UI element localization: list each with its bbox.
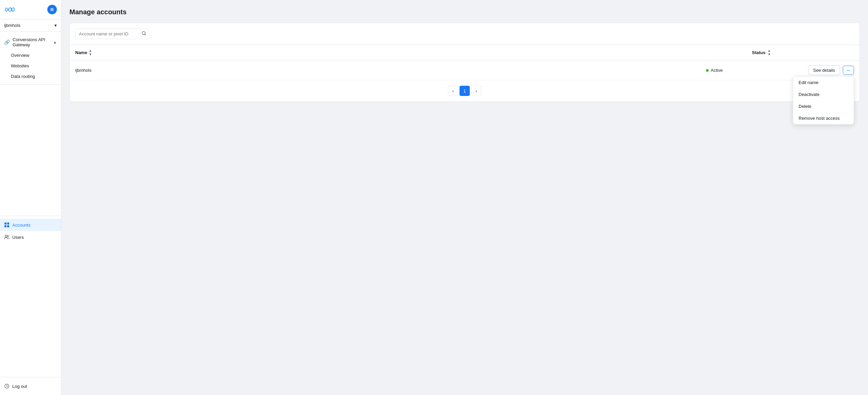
sidebar-item-overview[interactable]: Overview — [0, 50, 61, 61]
chevron-up-icon: ▲ — [53, 40, 57, 44]
account-name-cell: ijbmhols — [75, 68, 706, 73]
svg-rect-0 — [4, 223, 6, 225]
table-header: Name ▲ ▼ Status ▲ ▼ — [70, 45, 859, 61]
grid-icon — [4, 222, 10, 228]
users-label: Users — [12, 235, 24, 240]
nav-section-header[interactable]: 🔗 Conversions API Gateway ▲ — [0, 34, 61, 50]
logout-button[interactable]: Log out — [0, 380, 61, 392]
dropdown-menu: Edit name Deactivate Delete Remove host … — [793, 76, 854, 125]
pagination: ‹ 1 › — [70, 80, 859, 101]
search-wrapper — [75, 29, 150, 39]
dropdown-item-remove-host-access[interactable]: Remove host access — [793, 112, 854, 124]
dropdown-item-edit-name[interactable]: Edit name — [793, 77, 854, 88]
status-label: Active — [711, 68, 723, 73]
sidebar-item-websites[interactable]: Websites — [0, 61, 61, 71]
account-selector[interactable]: ijbmhols ▾ — [0, 19, 61, 32]
pagination-page-1[interactable]: 1 — [460, 86, 470, 96]
sort-icon-name[interactable]: ▲ ▼ — [89, 49, 92, 56]
content-card: Name ▲ ▼ Status ▲ ▼ ijbmhols — [69, 23, 860, 102]
more-button[interactable]: ··· — [843, 66, 854, 75]
table-header-name: Name ▲ ▼ — [75, 49, 752, 56]
sidebar-item-users[interactable]: Users — [0, 231, 61, 243]
actions-col: See details ··· Edit name Deactivat — [808, 65, 854, 75]
sidebar-item-data-routing[interactable]: Data routing — [0, 71, 61, 82]
svg-rect-3 — [7, 225, 9, 227]
search-bar — [70, 23, 859, 45]
dropdown-item-deactivate[interactable]: Deactivate — [793, 88, 854, 100]
search-input[interactable] — [79, 31, 140, 36]
table-row: ijbmhols Active See details ··· — [70, 61, 859, 80]
table-header-status: Status ▲ ▼ — [752, 49, 854, 56]
meta-logo — [4, 6, 16, 13]
search-icon — [142, 31, 146, 37]
pagination-prev[interactable]: ‹ — [448, 86, 458, 96]
logout-icon — [4, 383, 10, 389]
svg-rect-2 — [4, 225, 6, 227]
svg-rect-1 — [7, 223, 9, 225]
pagination-next[interactable]: › — [471, 86, 481, 96]
link-icon: 🔗 — [4, 39, 10, 45]
dropdown-item-delete[interactable]: Delete — [793, 100, 854, 112]
svg-point-4 — [5, 235, 7, 237]
logout-label: Log out — [12, 384, 27, 389]
svg-point-5 — [7, 235, 9, 237]
sort-icon-status[interactable]: ▲ ▼ — [768, 49, 771, 56]
sidebar-header: R — [0, 0, 61, 19]
nav-section-title: 🔗 Conversions API Gateway — [4, 37, 53, 47]
page-title: Manage accounts — [69, 8, 860, 16]
users-icon — [4, 234, 10, 240]
sidebar-item-accounts[interactable]: Accounts — [0, 219, 61, 231]
nav-section-conversions: 🔗 Conversions API Gateway ▲ Overview Web… — [0, 32, 61, 85]
status-dot — [706, 69, 709, 72]
chevron-down-icon: ▾ — [54, 23, 57, 28]
user-avatar[interactable]: R — [47, 5, 57, 14]
account-name: ijbmhols — [4, 23, 20, 28]
nav-section-label: Conversions API Gateway — [13, 37, 53, 47]
see-details-button[interactable]: See details — [808, 65, 840, 75]
status-cell: Active — [706, 68, 808, 73]
more-button-wrapper: ··· Edit name Deactivate Delete — [843, 66, 854, 75]
sidebar: R ijbmhols ▾ 🔗 Conversions API Gateway ▲… — [0, 0, 61, 395]
sidebar-bottom: Accounts Users — [0, 216, 61, 246]
accounts-label: Accounts — [12, 223, 30, 228]
accounts-table: Name ▲ ▼ Status ▲ ▼ ijbmhols — [70, 45, 859, 101]
main-content: Manage accounts Name ▲ — [61, 0, 868, 395]
logout-section: Log out — [0, 377, 61, 395]
